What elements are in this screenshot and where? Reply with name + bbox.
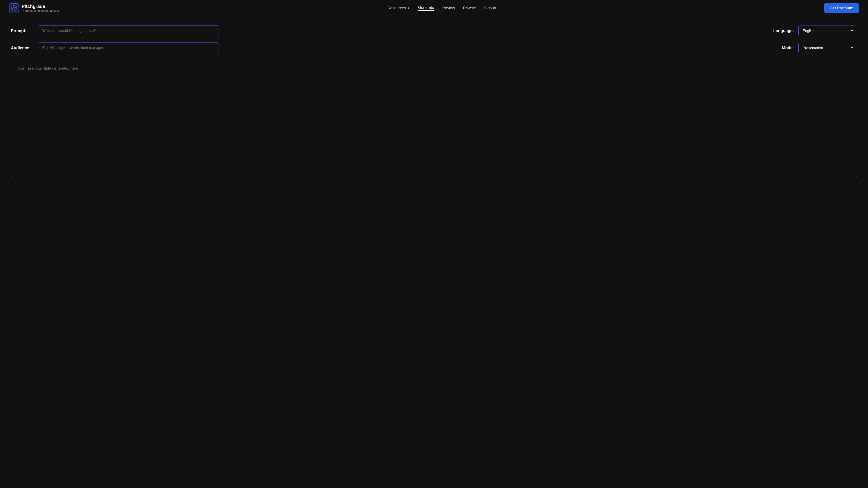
brand-logo-group[interactable]: Pitchgrade Presentations made painless bbox=[9, 3, 59, 13]
nav-generate[interactable]: Generate bbox=[418, 5, 434, 11]
slide-preview-area: You'll see your slide generated here bbox=[11, 60, 857, 177]
nav-resources[interactable]: Resources ▼ bbox=[388, 6, 410, 10]
navbar: Pitchgrade Presentations made painless R… bbox=[0, 0, 868, 16]
nav-rewrite[interactable]: Rewrite bbox=[463, 6, 476, 10]
mode-group: Mode: Presentation Document Report Pitch… bbox=[782, 43, 857, 53]
audience-row: Audience: Mode: Presentation Document Re… bbox=[11, 42, 857, 53]
audience-label: Audience: bbox=[11, 46, 33, 51]
prompt-row: Prompt: Language: English Spanish French… bbox=[11, 25, 857, 36]
prompt-group: Prompt: bbox=[11, 25, 751, 36]
get-premium-button[interactable]: Get Premium bbox=[824, 3, 859, 13]
mode-select-wrapper: Presentation Document Report Pitch Deck bbox=[798, 43, 857, 53]
brand-name: Pitchgrade bbox=[22, 4, 59, 9]
main-content: Prompt: Language: English Spanish French… bbox=[0, 16, 868, 186]
prompt-label: Prompt: bbox=[11, 29, 33, 33]
language-label: Language: bbox=[773, 29, 794, 33]
nav-signin[interactable]: Sign In bbox=[484, 6, 496, 10]
nav-review[interactable]: Review bbox=[442, 6, 455, 10]
audience-input[interactable] bbox=[38, 42, 219, 53]
mode-select[interactable]: Presentation Document Report Pitch Deck bbox=[798, 43, 857, 53]
language-select[interactable]: English Spanish French German Italian Po… bbox=[798, 26, 857, 36]
mode-label: Mode: bbox=[782, 46, 794, 51]
brand-logo-icon bbox=[9, 3, 19, 13]
audience-group: Audience: bbox=[11, 42, 759, 53]
brand-text: Pitchgrade Presentations made painless bbox=[22, 4, 59, 13]
language-group: Language: English Spanish French German … bbox=[773, 26, 857, 36]
navbar-nav: Resources ▼ Generate Review Rewrite Sign… bbox=[388, 5, 496, 11]
chevron-down-icon: ▼ bbox=[407, 6, 410, 10]
slide-preview-placeholder: You'll see your slide generated here bbox=[18, 66, 78, 71]
brand-tagline: Presentations made painless bbox=[22, 9, 59, 13]
language-select-wrapper: English Spanish French German Italian Po… bbox=[798, 26, 857, 36]
navbar-actions: Get Premium bbox=[824, 3, 859, 13]
prompt-input[interactable] bbox=[38, 25, 219, 36]
